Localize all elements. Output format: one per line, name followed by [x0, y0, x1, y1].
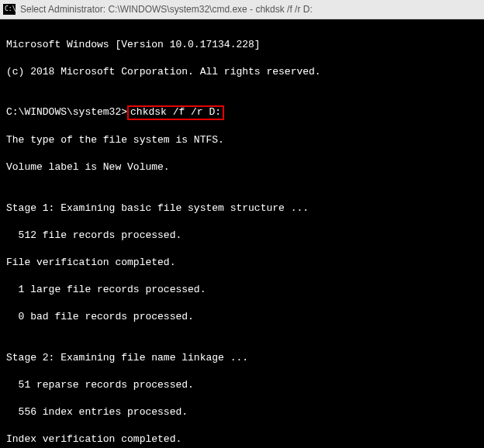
output-file-verification: File verification completed. — [6, 256, 478, 270]
output-copyright: (c) 2018 Microsoft Corporation. All righ… — [6, 65, 478, 79]
output-reparse1: 51 reparse records processed. — [6, 378, 478, 392]
terminal-output[interactable]: Microsoft Windows [Version 10.0.17134.22… — [0, 19, 484, 448]
command-text: chkdsk /f /r D: — [130, 106, 221, 118]
output-stage1: Stage 1: Examining basic file system str… — [6, 202, 478, 215]
output-stage2: Stage 2: Examining file name linkage ... — [6, 351, 478, 365]
cmd-icon: C:\ — [3, 4, 16, 15]
output-large-files: 1 large file records processed. — [6, 283, 478, 297]
window-titlebar[interactable]: C:\ Select Administrator: C:\WINDOWS\sys… — [0, 0, 484, 19]
output-version: Microsoft Windows [Version 10.0.17134.22… — [6, 38, 478, 52]
output-fs-type: The type of the file system is NTFS. — [6, 133, 478, 147]
output-index-entries: 556 index entries processed. — [6, 405, 478, 419]
output-volume-label: Volume label is New Volume. — [6, 160, 478, 174]
output-index-verification: Index verification completed. — [6, 432, 478, 446]
window-title: Select Administrator: C:\WINDOWS\system3… — [20, 4, 313, 15]
prompt-prefix: C:\WINDOWS\system32> — [6, 106, 127, 118]
output-bad-files: 0 bad file records processed. — [6, 310, 478, 324]
cmd-icon-text: C:\ — [5, 6, 16, 12]
command-highlight: chkdsk /f /r D: — [127, 105, 224, 119]
command-line: C:\WINDOWS\system32>chkdsk /f /r D: — [6, 105, 478, 119]
output-file-records: 512 file records processed. — [6, 229, 478, 243]
